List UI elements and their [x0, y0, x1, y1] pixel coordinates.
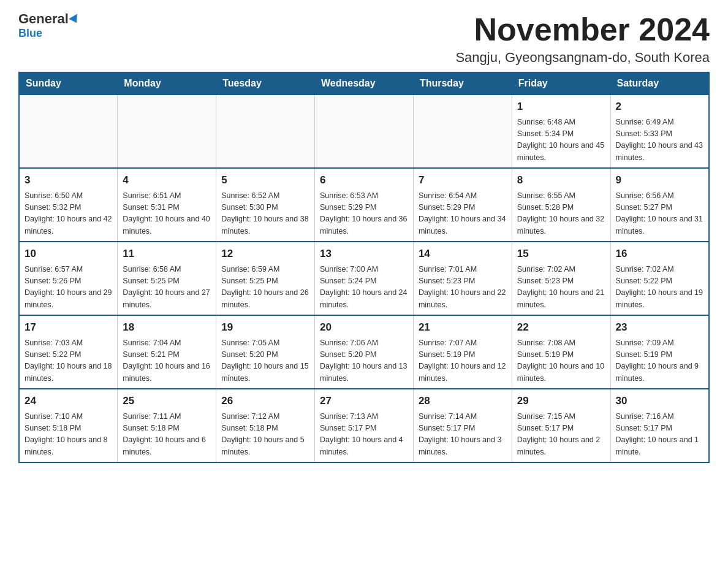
col-tuesday: Tuesday [216, 72, 315, 94]
day-number: 4 [123, 172, 211, 188]
day-info: Sunrise: 6:53 AMSunset: 5:29 PMDaylight:… [320, 190, 408, 238]
table-row: 21Sunrise: 7:07 AMSunset: 5:19 PMDayligh… [413, 315, 512, 389]
month-title: November 2024 [455, 12, 710, 47]
table-row: 17Sunrise: 7:03 AMSunset: 5:22 PMDayligh… [19, 315, 118, 389]
day-number: 10 [25, 246, 112, 262]
calendar-week-row: 10Sunrise: 6:57 AMSunset: 5:26 PMDayligh… [19, 242, 709, 315]
day-number: 14 [419, 246, 507, 262]
day-info: Sunrise: 6:57 AMSunset: 5:26 PMDaylight:… [25, 264, 112, 312]
day-info: Sunrise: 6:48 AMSunset: 5:34 PMDaylight:… [517, 117, 605, 164]
table-row [315, 94, 414, 168]
table-row [413, 94, 512, 168]
table-row: 3Sunrise: 6:50 AMSunset: 5:32 PMDaylight… [19, 168, 118, 242]
day-number: 30 [616, 393, 703, 409]
day-number: 21 [419, 320, 507, 335]
logo-triangle-icon [69, 14, 81, 25]
table-row: 6Sunrise: 6:53 AMSunset: 5:29 PMDaylight… [315, 168, 414, 242]
calendar-header-row: Sunday Monday Tuesday Wednesday Thursday… [19, 72, 709, 94]
table-row: 10Sunrise: 6:57 AMSunset: 5:26 PMDayligh… [19, 242, 118, 315]
day-number: 24 [25, 393, 112, 409]
day-info: Sunrise: 7:04 AMSunset: 5:21 PMDaylight:… [123, 337, 211, 385]
day-number: 17 [25, 320, 112, 335]
table-row: 18Sunrise: 7:04 AMSunset: 5:21 PMDayligh… [118, 315, 216, 389]
day-info: Sunrise: 6:56 AMSunset: 5:27 PMDaylight:… [616, 190, 703, 238]
title-area: November 2024 Sangju, Gyeongsangnam-do, … [455, 12, 710, 66]
day-number: 23 [616, 320, 703, 335]
day-info: Sunrise: 6:49 AMSunset: 5:33 PMDaylight:… [616, 117, 703, 164]
day-info: Sunrise: 7:06 AMSunset: 5:20 PMDaylight:… [320, 337, 408, 385]
col-wednesday: Wednesday [315, 72, 414, 94]
table-row: 15Sunrise: 7:02 AMSunset: 5:23 PMDayligh… [512, 242, 610, 315]
table-row [19, 94, 118, 168]
calendar-week-row: 3Sunrise: 6:50 AMSunset: 5:32 PMDaylight… [19, 168, 709, 242]
logo: General Blue [18, 12, 80, 40]
day-number: 20 [320, 320, 408, 335]
col-sunday: Sunday [19, 72, 118, 94]
calendar: Sunday Monday Tuesday Wednesday Thursday… [18, 72, 710, 463]
table-row: 8Sunrise: 6:55 AMSunset: 5:28 PMDaylight… [512, 168, 610, 242]
day-info: Sunrise: 7:05 AMSunset: 5:20 PMDaylight:… [221, 337, 309, 385]
table-row: 27Sunrise: 7:13 AMSunset: 5:17 PMDayligh… [315, 389, 414, 462]
day-number: 1 [517, 99, 605, 115]
day-info: Sunrise: 7:09 AMSunset: 5:19 PMDaylight:… [616, 337, 703, 385]
location-subtitle: Sangju, Gyeongsangnam-do, South Korea [455, 50, 710, 66]
table-row: 20Sunrise: 7:06 AMSunset: 5:20 PMDayligh… [315, 315, 414, 389]
day-info: Sunrise: 7:16 AMSunset: 5:17 PMDaylight:… [616, 411, 703, 459]
day-info: Sunrise: 7:13 AMSunset: 5:17 PMDaylight:… [320, 411, 408, 459]
col-monday: Monday [118, 72, 216, 94]
day-info: Sunrise: 7:10 AMSunset: 5:18 PMDaylight:… [25, 411, 112, 459]
table-row: 23Sunrise: 7:09 AMSunset: 5:19 PMDayligh… [610, 315, 709, 389]
table-row: 25Sunrise: 7:11 AMSunset: 5:18 PMDayligh… [118, 389, 216, 462]
day-number: 13 [320, 246, 408, 262]
table-row: 26Sunrise: 7:12 AMSunset: 5:18 PMDayligh… [216, 389, 315, 462]
table-row: 7Sunrise: 6:54 AMSunset: 5:29 PMDaylight… [413, 168, 512, 242]
col-saturday: Saturday [610, 72, 709, 94]
day-number: 9 [616, 172, 703, 188]
logo-blue-text: Blue [18, 27, 42, 40]
table-row [216, 94, 315, 168]
header: General Blue November 2024 Sangju, Gyeon… [18, 12, 710, 66]
col-friday: Friday [512, 72, 610, 94]
calendar-week-row: 17Sunrise: 7:03 AMSunset: 5:22 PMDayligh… [19, 315, 709, 389]
table-row: 13Sunrise: 7:00 AMSunset: 5:24 PMDayligh… [315, 242, 414, 315]
calendar-week-row: 1Sunrise: 6:48 AMSunset: 5:34 PMDaylight… [19, 94, 709, 168]
table-row: 1Sunrise: 6:48 AMSunset: 5:34 PMDaylight… [512, 94, 610, 168]
day-info: Sunrise: 7:00 AMSunset: 5:24 PMDaylight:… [320, 264, 408, 312]
table-row: 16Sunrise: 7:02 AMSunset: 5:22 PMDayligh… [610, 242, 709, 315]
day-info: Sunrise: 7:01 AMSunset: 5:23 PMDaylight:… [419, 264, 507, 312]
day-number: 5 [221, 172, 309, 188]
day-number: 26 [221, 393, 309, 409]
day-number: 6 [320, 172, 408, 188]
day-info: Sunrise: 7:07 AMSunset: 5:19 PMDaylight:… [419, 337, 507, 385]
table-row: 29Sunrise: 7:15 AMSunset: 5:17 PMDayligh… [512, 389, 610, 462]
day-info: Sunrise: 6:55 AMSunset: 5:28 PMDaylight:… [517, 190, 605, 238]
table-row: 2Sunrise: 6:49 AMSunset: 5:33 PMDaylight… [610, 94, 709, 168]
day-number: 16 [616, 246, 703, 262]
day-number: 29 [517, 393, 605, 409]
table-row: 14Sunrise: 7:01 AMSunset: 5:23 PMDayligh… [413, 242, 512, 315]
table-row: 4Sunrise: 6:51 AMSunset: 5:31 PMDaylight… [118, 168, 216, 242]
day-number: 15 [517, 246, 605, 262]
day-number: 28 [419, 393, 507, 409]
day-number: 25 [123, 393, 211, 409]
day-number: 8 [517, 172, 605, 188]
day-info: Sunrise: 6:50 AMSunset: 5:32 PMDaylight:… [25, 190, 112, 238]
day-info: Sunrise: 6:52 AMSunset: 5:30 PMDaylight:… [221, 190, 309, 238]
day-info: Sunrise: 7:11 AMSunset: 5:18 PMDaylight:… [123, 411, 211, 459]
day-info: Sunrise: 7:12 AMSunset: 5:18 PMDaylight:… [221, 411, 309, 459]
day-info: Sunrise: 6:51 AMSunset: 5:31 PMDaylight:… [123, 190, 211, 238]
table-row [118, 94, 216, 168]
day-info: Sunrise: 7:02 AMSunset: 5:22 PMDaylight:… [616, 264, 703, 312]
day-info: Sunrise: 6:54 AMSunset: 5:29 PMDaylight:… [419, 190, 507, 238]
day-info: Sunrise: 7:02 AMSunset: 5:23 PMDaylight:… [517, 264, 605, 312]
logo-general-text: General [18, 12, 80, 26]
table-row: 19Sunrise: 7:05 AMSunset: 5:20 PMDayligh… [216, 315, 315, 389]
day-info: Sunrise: 7:15 AMSunset: 5:17 PMDaylight:… [517, 411, 605, 459]
day-number: 22 [517, 320, 605, 335]
table-row: 11Sunrise: 6:58 AMSunset: 5:25 PMDayligh… [118, 242, 216, 315]
table-row: 12Sunrise: 6:59 AMSunset: 5:25 PMDayligh… [216, 242, 315, 315]
day-info: Sunrise: 7:14 AMSunset: 5:17 PMDaylight:… [419, 411, 507, 459]
day-number: 11 [123, 246, 211, 262]
day-number: 3 [25, 172, 112, 188]
table-row: 5Sunrise: 6:52 AMSunset: 5:30 PMDaylight… [216, 168, 315, 242]
